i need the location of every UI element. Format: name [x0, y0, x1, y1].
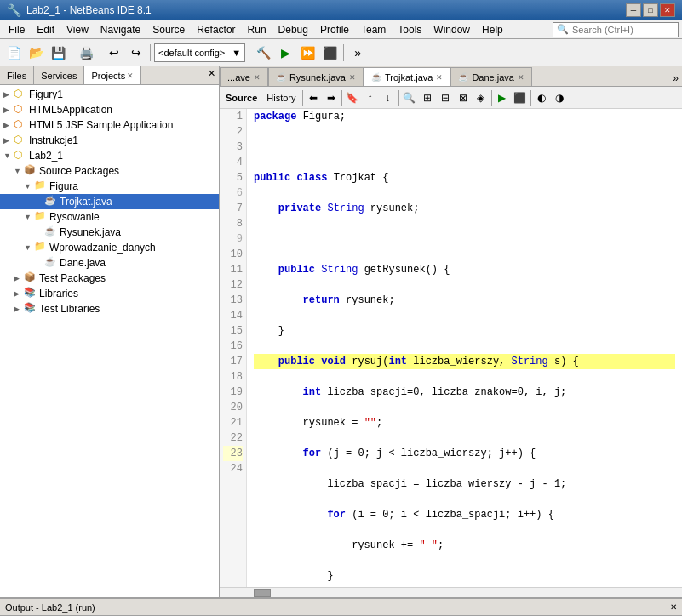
code-line-4: private String rysunek;: [254, 201, 675, 216]
code-area[interactable]: 1 2 3 4 5 6 7 8 9 10 11 12 13 14 15 16 1…: [220, 109, 682, 587]
tree-item-instrukcje1[interactable]: ▶ ⬡ Instrukcje1: [0, 133, 219, 148]
tree-item-source-packages[interactable]: ▼ 📦 Source Packages: [0, 163, 219, 179]
ed-more2[interactable]: ◑: [551, 89, 568, 106]
ed-btn1[interactable]: ⊞: [419, 89, 436, 106]
tab-trojkat-close[interactable]: ✕: [436, 73, 443, 82]
open-button[interactable]: 📂: [26, 43, 46, 63]
new-button[interactable]: 📄: [3, 43, 24, 63]
tab-dane-close[interactable]: ✕: [518, 73, 524, 82]
config-dropdown[interactable]: <default config> ▼: [154, 43, 245, 62]
menu-team[interactable]: Team: [356, 22, 391, 37]
stop-ed-btn[interactable]: ⬛: [512, 89, 529, 106]
back-button[interactable]: ⬅: [305, 89, 322, 106]
tree-arrow-rysowanie: ▼: [24, 213, 34, 221]
tab-services-label: Services: [41, 71, 77, 81]
tree-item-wprowadzanie[interactable]: ▼ 📁 Wprowadzanie_danych: [0, 240, 219, 255]
tree-item-html5app[interactable]: ▶ ⬡ HTML5Application: [0, 102, 219, 117]
stop-button[interactable]: ⬛: [319, 43, 340, 63]
line-num-13: 13: [223, 293, 243, 308]
print-button[interactable]: 🖨️: [76, 43, 96, 63]
tab-dane-icon: ☕: [458, 72, 468, 82]
menu-source[interactable]: Source: [147, 22, 190, 37]
tab-dane[interactable]: ☕ Dane.java ✕: [450, 67, 532, 86]
save-button[interactable]: 💾: [48, 43, 68, 63]
menu-navigate[interactable]: Navigate: [95, 22, 146, 37]
tree-item-figura[interactable]: ▼ 📁 Figura: [0, 179, 219, 194]
line-num-17: 17: [223, 354, 243, 369]
tree-item-trojkat[interactable]: ☕ Trojkat.java: [0, 194, 219, 209]
tree-label-dane: Dane.java: [60, 257, 106, 269]
menu-tools[interactable]: Tools: [393, 22, 427, 37]
output-tab-close[interactable]: ✕: [670, 602, 677, 612]
line-num-2: 2: [223, 124, 243, 140]
tree-item-html5jsf[interactable]: ▶ ⬡ HTML5 JSF Sample Application: [0, 117, 219, 133]
tab-rysunek-label: Rysunek.java: [289, 72, 346, 83]
search-input[interactable]: [572, 25, 674, 35]
tab-projects[interactable]: Projects ✕: [84, 66, 141, 84]
next-bookmark[interactable]: ↓: [380, 89, 397, 106]
source-tab[interactable]: Source: [221, 89, 261, 106]
line-num-18: 18: [223, 369, 243, 385]
maximize-button[interactable]: □: [643, 3, 658, 17]
menu-file[interactable]: File: [3, 22, 30, 37]
more-button[interactable]: »: [347, 43, 368, 63]
tab-ave[interactable]: ...ave ✕: [220, 67, 268, 86]
project-icon-instrukcje: ⬡: [14, 134, 27, 147]
ed-btn4[interactable]: ◈: [473, 89, 490, 106]
search-box[interactable]: 🔍: [553, 22, 679, 37]
menu-view[interactable]: View: [61, 22, 94, 37]
run-ed-btn[interactable]: ▶: [494, 89, 511, 106]
tree-item-figury1[interactable]: ▶ ⬡ Figury1: [0, 87, 219, 102]
minimize-button[interactable]: ─: [626, 3, 641, 17]
history-tab[interactable]: History: [262, 89, 300, 106]
menu-run[interactable]: Run: [243, 22, 272, 37]
h-scroll-thumb[interactable]: [254, 589, 271, 597]
tree-label-lab21: Lab2_1: [29, 150, 63, 162]
ed-btn2[interactable]: ⊟: [437, 89, 454, 106]
tree-label-html5app: HTML5Application: [29, 104, 112, 116]
undo-button[interactable]: ↩: [104, 43, 124, 63]
redo-button[interactable]: ↪: [126, 43, 146, 63]
tab-ave-close[interactable]: ✕: [254, 73, 261, 82]
menu-bar: File Edit View Navigate Source Refactor …: [0, 20, 682, 39]
tree-item-dane[interactable]: ☕ Dane.java: [0, 255, 219, 271]
tab-rysunek-close[interactable]: ✕: [349, 73, 356, 82]
ed-more1[interactable]: ◐: [533, 89, 550, 106]
tree-item-lab21[interactable]: ▼ ⬡ Lab2_1: [0, 148, 219, 163]
tab-rysunek[interactable]: ☕ Rysunek.java ✕: [268, 67, 364, 86]
menu-window[interactable]: Window: [428, 22, 475, 37]
tab-overflow[interactable]: »: [669, 71, 682, 86]
tree-label-wprowadzanie: Wprowadzanie_danych: [49, 242, 156, 254]
tree-item-rysowanie[interactable]: ▼ 📁 Rysowanie: [0, 209, 219, 225]
tab-projects-close[interactable]: ✕: [127, 71, 134, 80]
menu-profile[interactable]: Profile: [315, 22, 354, 37]
build-button[interactable]: 🔨: [253, 43, 273, 63]
tree-item-test-libraries[interactable]: ▶ 📚 Test Libraries: [0, 301, 219, 317]
tree-item-rysunek[interactable]: ☕ Rysunek.java: [0, 225, 219, 240]
forward-button[interactable]: ➡: [323, 89, 340, 106]
search-editor[interactable]: 🔍: [401, 89, 418, 106]
tab-files[interactable]: Files: [0, 66, 34, 84]
menu-debug[interactable]: Debug: [273, 22, 313, 37]
project-icon-html5: ⬡: [14, 103, 27, 117]
line-num-22: 22: [223, 431, 243, 446]
menu-refactor[interactable]: Refactor: [192, 22, 240, 37]
run-button[interactable]: ▶: [275, 43, 295, 63]
close-button[interactable]: ✕: [660, 3, 675, 17]
left-panel-close[interactable]: ✕: [204, 66, 219, 84]
toggle-bookmark[interactable]: 🔖: [344, 89, 361, 106]
tree-item-test-packages[interactable]: ▶ 📦 Test Packages: [0, 271, 219, 286]
tree-item-libraries[interactable]: ▶ 📚 Libraries: [0, 286, 219, 301]
tree-label-html5jsf: HTML5 JSF Sample Application: [29, 119, 173, 131]
tab-services[interactable]: Services: [34, 66, 84, 84]
prev-bookmark[interactable]: ↑: [362, 89, 379, 106]
ed-btn3[interactable]: ⊠: [455, 89, 472, 106]
code-content[interactable]: package Figura; public class Trojkat { p…: [247, 109, 682, 587]
h-scroll-track[interactable]: [271, 589, 682, 597]
tab-trojkat[interactable]: ☕ Trojkat.java ✕: [364, 67, 450, 86]
menu-edit[interactable]: Edit: [32, 22, 60, 37]
menu-help[interactable]: Help: [477, 22, 508, 37]
horizontal-scrollbar[interactable]: [220, 587, 682, 597]
debug-run-button[interactable]: ⏩: [297, 43, 318, 63]
java-icon-trojkat: ☕: [44, 195, 58, 208]
